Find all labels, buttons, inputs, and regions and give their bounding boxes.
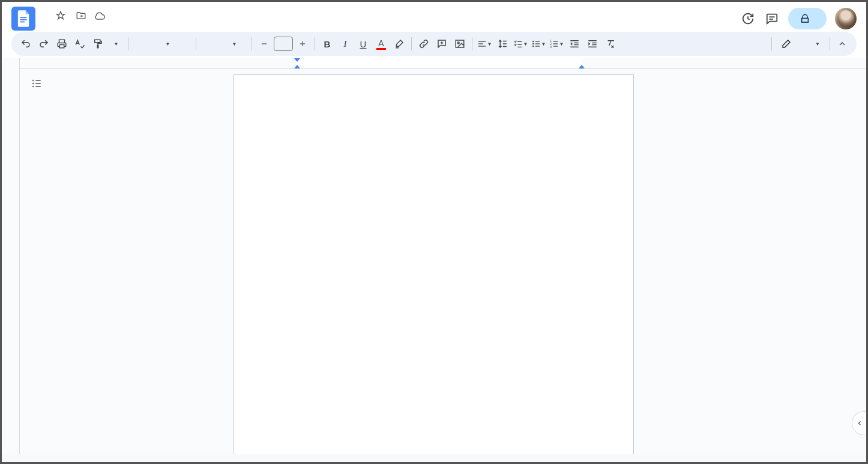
decrease-indent-button[interactable] [566, 35, 583, 52]
text-color-button[interactable]: A [373, 35, 390, 52]
menu-extensions[interactable] [105, 24, 115, 29]
svg-point-35 [32, 80, 34, 82]
document-canvas[interactable] [20, 58, 866, 454]
italic-button[interactable]: I [337, 35, 354, 52]
bullet-list-button[interactable]: ▼ [530, 35, 547, 52]
menu-edit[interactable] [51, 24, 61, 29]
menu-insert[interactable] [73, 24, 82, 29]
decrease-font-size-button[interactable] [256, 35, 273, 52]
undo-button[interactable] [17, 35, 34, 52]
editing-mode-dropdown[interactable]: ▼ [776, 35, 826, 52]
collapse-toolbar-button[interactable] [834, 35, 851, 52]
line-spacing-button[interactable] [494, 35, 511, 52]
svg-point-11 [457, 42, 459, 44]
docs-logo-icon[interactable] [11, 7, 35, 31]
redo-button[interactable] [35, 35, 52, 52]
menu-help[interactable] [116, 24, 125, 29]
underline-button[interactable]: U [355, 35, 372, 52]
paint-format-button[interactable] [89, 35, 106, 52]
svg-rect-2 [20, 22, 25, 23]
document-title[interactable] [40, 14, 47, 17]
workspace [2, 58, 866, 454]
save-status[interactable] [94, 10, 107, 21]
menu-tools[interactable] [94, 24, 104, 29]
font-size-input[interactable] [274, 37, 293, 51]
share-button[interactable] [788, 8, 827, 29]
svg-point-36 [32, 83, 34, 85]
svg-text:3: 3 [550, 46, 552, 49]
pencil-icon [782, 39, 791, 49]
insert-image-button[interactable] [451, 35, 468, 52]
comments-icon[interactable] [764, 11, 780, 26]
user-avatar[interactable] [835, 8, 857, 29]
document-page[interactable] [234, 74, 634, 454]
highlight-button[interactable] [391, 35, 408, 52]
font-family-dropdown[interactable]: ▼ [200, 35, 248, 52]
svg-point-15 [532, 41, 534, 43]
checklist-button[interactable]: ▼ [512, 35, 529, 52]
increase-font-size-button[interactable] [294, 35, 311, 52]
title-bar [2, 2, 866, 32]
spellcheck-button[interactable] [71, 35, 88, 52]
insert-link-button[interactable] [415, 35, 432, 52]
menu-bar [40, 24, 740, 29]
lock-icon [800, 14, 810, 23]
print-button[interactable] [53, 35, 70, 52]
svg-point-16 [532, 43, 534, 45]
svg-point-37 [32, 86, 34, 88]
align-dropdown[interactable]: ▼ [476, 35, 493, 52]
insert-comment-button[interactable] [433, 35, 450, 52]
svg-rect-1 [20, 19, 27, 20]
paragraph-style-dropdown[interactable]: ▼ [132, 35, 192, 52]
history-icon[interactable] [740, 11, 756, 26]
clear-formatting-button[interactable] [602, 35, 619, 52]
toolbar: ▼ ▼ ▼ B I U A ▼ ▼ ▼ 123▼ ▼ [11, 32, 857, 56]
move-folder-icon[interactable] [74, 8, 88, 23]
menu-format[interactable] [83, 24, 93, 29]
menu-file[interactable] [40, 24, 50, 29]
svg-point-17 [532, 46, 534, 47]
document-outline-button[interactable] [28, 75, 45, 92]
zoom-dropdown[interactable]: ▼ [107, 35, 124, 52]
star-icon[interactable] [53, 8, 68, 23]
vertical-ruler[interactable] [2, 58, 20, 454]
bold-button[interactable]: B [319, 35, 336, 52]
menu-view[interactable] [62, 24, 71, 29]
increase-indent-button[interactable] [584, 35, 601, 52]
numbered-list-button[interactable]: 123▼ [548, 35, 565, 52]
svg-rect-0 [20, 17, 27, 18]
